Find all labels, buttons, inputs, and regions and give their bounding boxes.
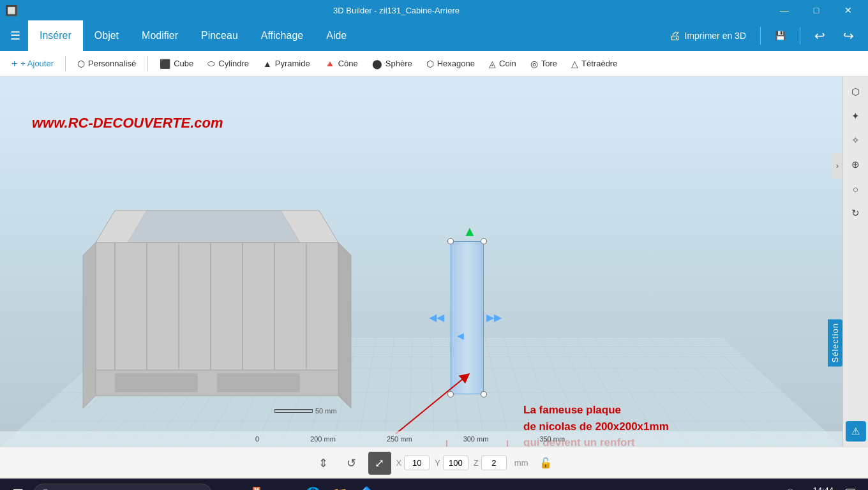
viewport-3d[interactable]: www.RC-DECOUVERTE.com: [0, 77, 842, 447]
position-button[interactable]: ⇕: [312, 452, 335, 475]
sphere-button[interactable]: ⬤ Sphère: [366, 56, 419, 71]
right-panel-btn-3[interactable]: ✧: [846, 130, 866, 151]
custom-button[interactable]: ⬡ Personnalisé: [71, 56, 142, 71]
redo-button[interactable]: ↪: [837, 26, 860, 46]
y-value[interactable]: 100: [443, 456, 468, 470]
scale-icon: ⤢: [375, 456, 384, 470]
hamburger-menu[interactable]: ☰: [3, 20, 28, 51]
redo-icon: ↪: [843, 28, 854, 43]
lock-icon: 🔓: [539, 457, 552, 469]
maximize-button[interactable]: □: [802, 0, 831, 20]
taskbar-app-3dbuilder[interactable]: 🔷: [354, 481, 379, 490]
hexagon-icon: ⬡: [426, 59, 434, 69]
taskbar-right: ∧ | ⌨ 🔊 14:44 06/04/2021 🗨: [754, 481, 863, 490]
globe-icon: ⊕: [851, 159, 860, 170]
right-panel-btn-2[interactable]: ✦: [846, 106, 866, 126]
tetra-icon: △: [571, 59, 578, 69]
menu-aide[interactable]: Aide: [315, 20, 358, 51]
z-coordinate-group: Z 2: [474, 456, 507, 470]
rotate-icon: ↺: [347, 456, 356, 470]
add-button[interactable]: + + Ajouter: [5, 56, 60, 72]
right-panel-btn-warning[interactable]: ⚠: [846, 421, 866, 442]
center-arrow[interactable]: ◀: [457, 330, 464, 341]
3dbuilder-icon: 🔷: [359, 486, 375, 490]
windows-icon: ⊞: [12, 486, 24, 490]
cylinder-button[interactable]: ⬭ Cylindre: [201, 56, 255, 71]
clock[interactable]: 14:44 06/04/2021: [798, 486, 834, 491]
svg-marker-2: [338, 242, 351, 408]
watermark: www.RC-DECOUVERTE.com: [32, 115, 223, 131]
time-display: 14:44: [798, 486, 834, 491]
z-value[interactable]: 2: [481, 456, 507, 470]
taskbar-app-mail[interactable]: ✉: [273, 481, 299, 490]
notification-button[interactable]: 🗨: [837, 481, 863, 490]
chevron-right-icon: ›: [836, 161, 839, 170]
taskbar: ⊞ 🔍 Taper ici pour rechercher ⧉ 🏪 ✉ 🌐 📁 …: [0, 479, 868, 490]
menu-pinceau[interactable]: Pinceau: [190, 20, 250, 51]
rotate-button[interactable]: ↺: [340, 452, 363, 475]
sync-icon: ↻: [851, 207, 860, 219]
right-panel-btn-1[interactable]: ⬡: [846, 82, 866, 102]
lock-button[interactable]: 🔓: [535, 453, 556, 473]
ruler-bar: [274, 409, 313, 413]
star-icon: ✧: [851, 135, 860, 146]
files-icon: 📁: [332, 486, 348, 490]
menu-divider-2: [800, 27, 800, 45]
move-left-arrow[interactable]: ◀◀: [429, 311, 444, 323]
menu-modifier[interactable]: Modifier: [130, 20, 190, 51]
menu-affichage[interactable]: Affichage: [250, 20, 315, 51]
right-panel-btn-5[interactable]: ○: [846, 179, 866, 199]
collapse-panel-button[interactable]: ›: [832, 153, 842, 179]
sparkle-icon: ✦: [851, 110, 860, 122]
undo-icon: ↩: [814, 28, 825, 43]
svg-marker-3: [83, 242, 96, 408]
right-panel-btn-6[interactable]: ↻: [846, 203, 866, 223]
menu-objet[interactable]: Objet: [83, 20, 130, 51]
save-button[interactable]: 💾: [768, 28, 792, 43]
x-value[interactable]: 10: [404, 456, 430, 470]
cabin-3d-object[interactable]: [77, 191, 370, 421]
undo-button[interactable]: ↩: [808, 26, 832, 46]
start-button[interactable]: ⊞: [5, 481, 31, 490]
print-3d-button[interactable]: 🖨 Imprimer en 3D: [663, 27, 752, 45]
selection-tab[interactable]: Sélection: [828, 319, 842, 366]
titlebar-title: 3D Builder - zil131_Cabine-Arriere: [333, 6, 460, 15]
right-panel-btn-4[interactable]: ⊕: [846, 154, 866, 175]
handle-bl[interactable]: [447, 391, 454, 397]
move-right-arrow[interactable]: ▶▶: [486, 311, 502, 323]
menubar: ☰ Insérer Objet Modifier Pinceau Afficha…: [0, 20, 868, 51]
pyramid-icon: ▲: [263, 59, 272, 69]
scale-ruler: 50 mm: [274, 407, 337, 415]
handle-tl[interactable]: [447, 238, 454, 244]
coin-icon: ◬: [489, 59, 496, 69]
pyramid-button[interactable]: ▲ Pyramide: [257, 56, 317, 71]
menu-right-actions: 🖨 Imprimer en 3D 💾 ↩ ↪: [663, 20, 865, 51]
store-icon: 🏪: [251, 486, 267, 490]
cone-icon: 🔺: [324, 59, 335, 69]
cone-button[interactable]: 🔺 Cône: [318, 56, 364, 71]
selected-plate[interactable]: [451, 241, 484, 394]
print-icon: 🖨: [670, 29, 681, 43]
task-view-button[interactable]: ⧉: [220, 481, 245, 490]
sphere-icon: ⬤: [372, 59, 382, 69]
custom-icon: ⬡: [77, 59, 85, 69]
minimize-button[interactable]: —: [770, 0, 799, 20]
taskbar-app-files[interactable]: 📁: [327, 481, 352, 490]
tetra-button[interactable]: △ Tétraèdre: [565, 56, 624, 71]
tore-button[interactable]: ◎ Tore: [524, 56, 564, 71]
unit-label: mm: [514, 458, 528, 468]
handle-tr[interactable]: [481, 238, 487, 244]
plate-body: [451, 241, 484, 394]
coin-button[interactable]: ◬ Coin: [483, 56, 523, 71]
browser-icon: 🌐: [305, 486, 321, 490]
search-bar[interactable]: 🔍 Taper ici pour rechercher: [33, 484, 212, 490]
taskbar-app-browser[interactable]: 🌐: [300, 481, 326, 490]
handle-br[interactable]: [481, 391, 487, 397]
scale-button[interactable]: ⤢: [368, 452, 391, 475]
close-button[interactable]: ✕: [834, 0, 863, 20]
move-up-arrow[interactable]: ▲: [463, 223, 477, 240]
cube-button[interactable]: ⬛ Cube: [153, 56, 200, 71]
hexagon-button[interactable]: ⬡ Hexagone: [420, 56, 481, 71]
taskbar-app-store[interactable]: 🏪: [246, 481, 272, 490]
menu-inserer[interactable]: Insérer: [28, 20, 83, 51]
